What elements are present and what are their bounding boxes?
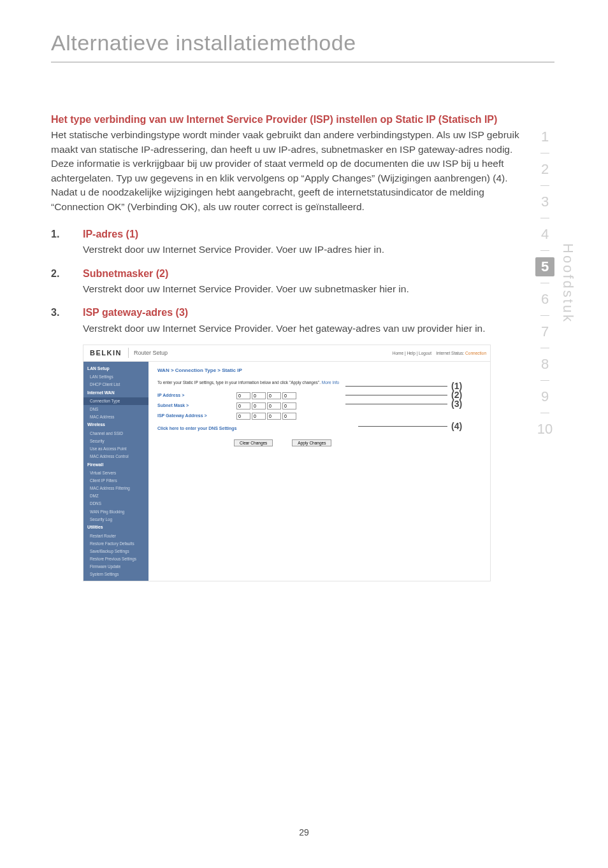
item-heading: Subnetmasker (2) <box>83 266 534 281</box>
intro-body: Het statische verbindingstype wordt mind… <box>51 128 534 214</box>
shot-nav-item[interactable]: Security Log <box>83 515 148 523</box>
shot-nav-item[interactable]: Save/Backup Settings <box>83 547 148 555</box>
numbered-item-1: 1.IP-adres (1)Verstrekt door uw Internet… <box>51 227 534 257</box>
item-text: Verstrekt door uw Internet Service Provi… <box>83 282 534 296</box>
item-number: 2. <box>51 266 83 297</box>
side-label-hoofdstuk: Hoofdstuk <box>560 243 576 324</box>
router-screenshot-wrap: BELKIN Router Setup Home | Help | Logout… <box>83 345 491 581</box>
shot-row-label: ISP Gateway Address > <box>157 413 234 419</box>
shot-nav-item[interactable]: Channel and SSID <box>83 429 148 437</box>
ip-octet-input[interactable] <box>252 413 266 420</box>
numbered-item-3: 3.ISP gateway-adres (3)Verstrekt door uw… <box>51 305 534 336</box>
shot-row-label: Subnet Mask > <box>157 402 234 409</box>
shot-nav-item[interactable]: Firmware Update <box>83 563 148 571</box>
item-text: Verstrekt door uw Internet Service Provi… <box>83 322 534 336</box>
ip-octet-input[interactable] <box>267 402 281 409</box>
more-info-link[interactable]: More Info <box>322 380 339 385</box>
ip-octet-input[interactable] <box>236 402 250 409</box>
shot-nav-item[interactable]: DMZ <box>83 492 148 500</box>
page-number: 29 <box>0 827 608 837</box>
chapter-nav-8[interactable]: 8 <box>534 348 556 380</box>
shot-nav-heading[interactable]: Firewall <box>83 460 148 469</box>
belkin-logo: BELKIN <box>83 348 129 358</box>
callout-4: (4) <box>358 420 462 432</box>
shot-nav-item[interactable]: WAN Ping Blocking <box>83 508 148 515</box>
ip-octet-input[interactable] <box>236 392 250 399</box>
item-number: 3. <box>51 305 83 336</box>
shot-nav-item[interactable]: Restore Factory Defaults <box>83 539 148 547</box>
ip-octet-input[interactable] <box>236 413 250 420</box>
shot-nav-item[interactable]: Connection Type <box>83 397 148 405</box>
shot-nav-item[interactable]: MAC Address Filtering <box>83 485 148 492</box>
item-heading: ISP gateway-adres (3) <box>83 305 534 320</box>
clear-changes-button[interactable]: Clear Changes <box>234 439 273 446</box>
chapter-nav-10[interactable]: 10 <box>534 413 556 445</box>
shot-left-nav: LAN SetupLAN SettingsDHCP Client ListInt… <box>83 362 148 581</box>
shot-nav-heading[interactable]: Wireless <box>83 420 148 429</box>
ip-octet-input[interactable] <box>252 392 266 399</box>
shot-nav-item[interactable]: Virtual Servers <box>83 469 148 476</box>
shot-nav-item[interactable]: Client IP Filters <box>83 477 148 485</box>
shot-nav-item[interactable]: Restart Router <box>83 532 148 539</box>
chapter-nav-7[interactable]: 7 <box>534 316 556 348</box>
ip-octet-input[interactable] <box>282 392 296 399</box>
router-setup-label: Router Setup <box>129 349 393 357</box>
ip-octet-input[interactable] <box>282 413 296 420</box>
top-links-nav[interactable]: Home | Help | Logout <box>393 351 431 355</box>
chapter-nav-9[interactable]: 9 <box>534 381 556 413</box>
chapter-nav-5[interactable]: 5 <box>535 257 554 276</box>
shot-nav-item[interactable]: DNS <box>83 405 148 413</box>
item-number: 1. <box>51 227 83 257</box>
shot-header: BELKIN Router Setup Home | Help | Logout… <box>83 345 490 362</box>
shot-nav-item[interactable]: Use as Access Point <box>83 445 148 452</box>
ip-octet-input[interactable] <box>267 392 281 399</box>
shot-nav-item[interactable]: MAC Address <box>83 413 148 420</box>
item-text: Verstrekt door uw Internet Service Provi… <box>83 243 534 257</box>
internet-status-value: Connection <box>465 351 486 355</box>
page-title: Alternatieve installatiemethode <box>0 0 608 62</box>
shot-nav-item[interactable]: System Settings <box>83 571 148 578</box>
ip-octet-input[interactable] <box>252 402 266 409</box>
intro-heading: Het type verbinding van uw Internet Serv… <box>51 112 534 127</box>
chapter-side-nav: 12345678910 Hoofdstuk <box>534 121 576 445</box>
chapter-nav-2[interactable]: 2 <box>534 153 556 185</box>
ip-octet-input[interactable] <box>282 402 296 409</box>
chapter-nav-3[interactable]: 3 <box>534 186 556 218</box>
shot-nav-item[interactable]: LAN Settings <box>83 373 148 381</box>
ip-octet-input[interactable] <box>267 413 281 420</box>
shot-nav-item[interactable]: DHCP Client List <box>83 381 148 388</box>
chapter-nav-6[interactable]: 6 <box>534 283 556 315</box>
chapter-nav-4[interactable]: 4 <box>534 218 556 250</box>
numbered-item-2: 2.Subnetmasker (2)Verstrekt door uw Inte… <box>51 266 534 297</box>
chapter-nav-separator <box>540 250 549 251</box>
main-content: Het type verbinding van uw Internet Serv… <box>0 62 608 581</box>
shot-nav-heading[interactable]: Internet WAN <box>83 388 148 397</box>
item-heading: IP-adres (1) <box>83 227 534 241</box>
internet-status-label: Internet Status: <box>436 351 464 355</box>
shot-nav-heading[interactable]: Utilities <box>83 523 148 532</box>
shot-nav-heading[interactable]: LAN Setup <box>83 364 148 373</box>
callout-3: (3) <box>345 397 462 410</box>
shot-breadcrumb: WAN > Connection Type > Static IP <box>157 367 481 374</box>
shot-nav-item[interactable]: DDNS <box>83 500 148 508</box>
shot-nav-item[interactable]: MAC Address Control <box>83 453 148 460</box>
shot-row-label: IP Address > <box>157 392 234 399</box>
shot-top-links: Home | Help | Logout Internet Status: Co… <box>393 350 490 356</box>
shot-nav-item[interactable]: Restore Previous Settings <box>83 555 148 563</box>
apply-changes-button[interactable]: Apply Changes <box>292 439 331 446</box>
chapter-nav-1[interactable]: 1 <box>534 121 556 153</box>
shot-nav-item[interactable]: Security <box>83 437 148 445</box>
